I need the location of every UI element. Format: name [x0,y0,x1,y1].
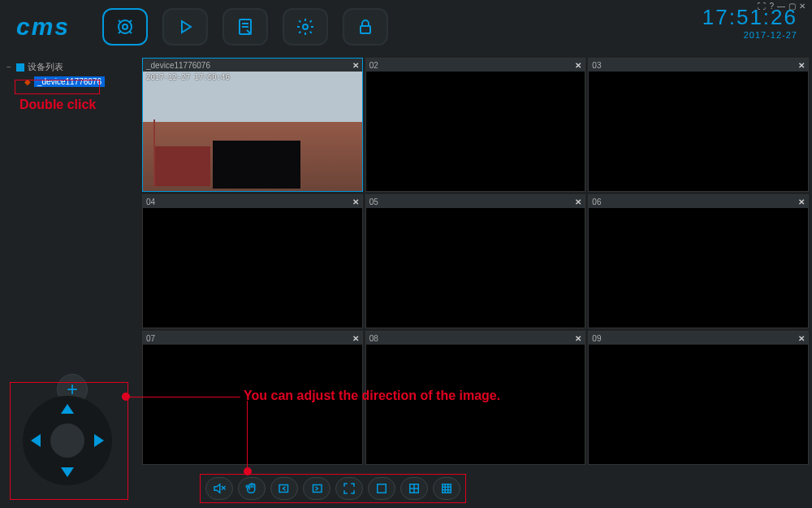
tile-close-button[interactable]: ✕ [352,198,359,206]
svg-line-4 [119,31,121,33]
video-tile[interactable]: 09✕ [588,331,809,465]
tile-label: 09 [592,334,601,343]
tile-label: 05 [369,198,378,206]
svg-marker-6 [182,21,191,33]
device-tree: − 设备列表 ◆ _device11776076 [5,61,137,87]
svg-rect-16 [378,484,387,493]
layout-1-button[interactable] [368,477,395,500]
hand-button[interactable] [238,477,266,500]
fullscreen-button[interactable] [335,477,363,500]
nav-log-button[interactable] [222,8,268,46]
nav-live-button[interactable] [102,8,148,46]
svg-point-1 [123,24,127,29]
video-tile[interactable]: 06✕ [588,194,809,328]
nav-lock-button[interactable] [343,8,388,46]
annotation-line [127,397,240,397]
layout-9-button[interactable] [433,477,460,500]
video-tile[interactable]: 03✕ [588,58,809,192]
video-grid: _device11776076✕2017-12-27 17:50:4602✕03… [142,58,809,466]
video-tile[interactable]: 02✕ [365,58,586,192]
annotation-adjust-text: You can adjust the direction of the imag… [244,389,500,403]
tree-device-item[interactable]: ◆ _device11776076 [24,76,137,87]
clock: 17:51:26 2017-12-27 [702,5,797,40]
tree-expand-icon[interactable]: − [5,63,13,72]
svg-line-5 [129,31,132,33]
tile-label: 02 [369,61,378,70]
tile-label: 03 [592,61,601,70]
tile-osd-timestamp: 2017-12-27 17:50:46 [146,73,230,81]
device-icon: ◆ [24,77,31,86]
app-logo: cms [16,13,70,41]
tree-device-label: _device11776076 [34,76,105,87]
close-icon[interactable]: ✕ [799,2,806,11]
nav-settings-button[interactable] [283,8,328,46]
ptz-right-button[interactable] [94,434,104,447]
svg-line-3 [129,20,132,23]
svg-line-2 [119,20,121,23]
tile-label: 08 [369,334,378,343]
svg-point-10 [303,24,308,29]
tile-close-button[interactable]: ✕ [352,334,359,343]
annotation-double-click: Double click [19,98,96,112]
tree-root-icon [16,63,24,72]
tile-label: _device11776076 [146,61,210,70]
bottom-toolbar [200,474,466,503]
tile-close-button[interactable]: ✕ [798,334,805,343]
tile-close-button[interactable]: ✕ [575,61,581,70]
prev-page-button[interactable] [270,477,298,500]
annotation-dot [244,467,252,475]
tile-close-button[interactable]: ✕ [575,198,581,206]
ptz-center-button[interactable] [50,423,84,458]
tile-close-button[interactable]: ✕ [798,198,805,206]
ptz-control [15,388,120,493]
tile-video-feed [143,72,362,191]
tree-root-label[interactable]: 设备列表 [28,61,63,73]
video-tile[interactable]: 04✕ [142,194,363,328]
nav-playback-button[interactable] [162,8,208,46]
video-tile[interactable]: _device11776076✕2017-12-27 17:50:46 [142,58,363,192]
tile-close-button[interactable]: ✕ [798,61,805,70]
tile-close-button[interactable]: ✕ [575,334,581,343]
ptz-up-button[interactable] [61,404,74,414]
mute-button[interactable] [205,477,233,500]
ptz-down-button[interactable] [61,467,74,477]
tile-close-button[interactable]: ✕ [352,61,359,70]
ptz-left-button[interactable] [31,434,41,447]
layout-4-button[interactable] [400,477,428,500]
tile-label: 04 [146,198,155,206]
next-page-button[interactable] [303,477,330,500]
video-tile[interactable]: 05✕ [365,194,586,328]
clock-date: 2017-12-27 [702,30,797,40]
annotation-line [247,401,248,475]
svg-rect-11 [361,26,370,33]
tile-label: 06 [592,198,601,206]
tile-label: 07 [146,334,155,343]
svg-rect-20 [443,484,451,493]
clock-time: 17:51:26 [702,5,797,30]
